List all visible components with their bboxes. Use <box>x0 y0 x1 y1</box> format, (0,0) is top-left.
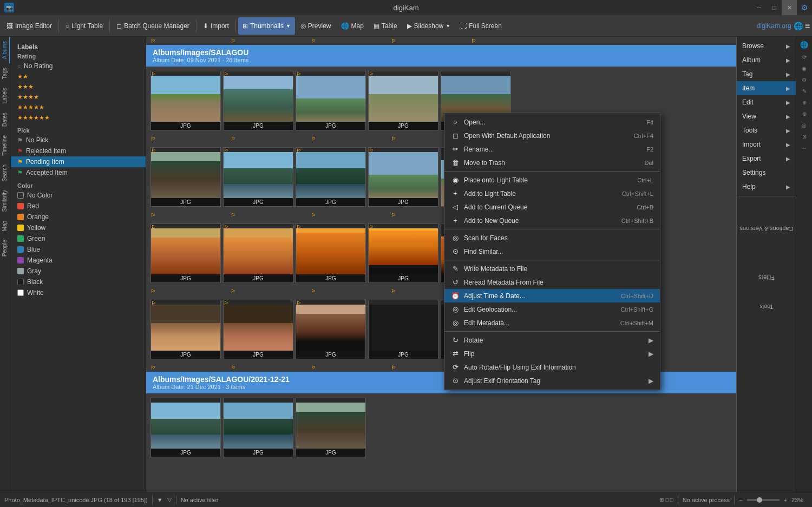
icon-4[interactable]: ⚙ <box>801 75 808 85</box>
menu-rotate[interactable]: ↻ Rotate ▶ <box>444 333 660 347</box>
rating-5stars[interactable]: ★★★★★ <box>11 102 146 113</box>
menu-scan-faces[interactable]: ◎ Scan for Faces <box>444 231 660 245</box>
vtab-search[interactable]: Search <box>0 160 10 186</box>
icon-1[interactable]: 🌐 <box>799 39 809 51</box>
thumbnails-button[interactable]: ⊞ Thumbnails ▼ <box>238 17 295 35</box>
menu-edit-meta[interactable]: ◎ Edit Metadata... Ctrl+Shift+M <box>444 316 660 330</box>
kde-button[interactable]: ⚙ <box>797 0 812 15</box>
thumb-item[interactable]: JPG 🏳 <box>223 300 293 359</box>
zoom-in-icon[interactable]: + <box>784 497 787 503</box>
vtab-dates[interactable]: Dates <box>0 108 10 131</box>
menu-place-light[interactable]: ◉ Place onto Light Table Ctrl+L <box>444 173 660 187</box>
rmenu-help[interactable]: Help ▶ <box>737 180 796 194</box>
light-table-button[interactable]: ○ Light Table <box>61 17 107 35</box>
pick-no-pick[interactable]: ⚑ No Pick <box>11 135 146 146</box>
color-green[interactable]: Green <box>11 233 146 244</box>
thumb-item[interactable]: JPG 🏳 <box>368 223 438 283</box>
menu-adjust-time[interactable]: ⏰ Adjust Time & Date... Ctrl+Shift+D <box>444 289 660 302</box>
website-link[interactable]: digiKam.org <box>757 22 791 30</box>
pick-rejected[interactable]: ⚑ Rejected Item <box>11 146 146 156</box>
color-blue[interactable]: Blue <box>11 244 146 255</box>
import-button[interactable]: ⬇ Import <box>199 17 233 35</box>
menu-open-with[interactable]: ◻ Open With Default Application Ctrl+F4 <box>444 129 660 142</box>
thumb-item[interactable]: JPG 🏳 <box>296 147 366 207</box>
color-red[interactable]: Red <box>11 201 146 212</box>
color-orange[interactable]: Orange <box>11 212 146 222</box>
rmenu-view[interactable]: View ▶ <box>737 109 796 123</box>
image-editor-button[interactable]: 🖼 Image Editor <box>2 17 56 35</box>
maximize-button[interactable]: □ <box>767 0 782 15</box>
menu-reread-meta[interactable]: ↺ Reread Metadata From File <box>444 275 660 289</box>
icon-5[interactable]: ✎ <box>801 86 808 96</box>
map-button[interactable]: 🌐 Map <box>337 17 368 35</box>
rmenu-item[interactable]: Item ▶ <box>737 81 796 95</box>
menu-edit-geo[interactable]: ◎ Edit Geolocation... Ctrl+Shift+G <box>444 302 660 316</box>
icon-10[interactable]: ↔ <box>801 143 808 153</box>
menu-add-current-queue[interactable]: ◁ Add to Current Queue Ctrl+B <box>444 200 660 214</box>
menu-open[interactable]: ○ Open... F4 <box>444 115 660 129</box>
icon-7[interactable]: ⊕ <box>801 109 808 119</box>
icon-2[interactable]: ⟳ <box>801 52 808 62</box>
vtab-labels[interactable]: Labels <box>0 83 10 108</box>
vtab-albums[interactable]: Albums <box>0 37 10 63</box>
color-no-color[interactable]: No Color <box>11 190 146 201</box>
vtab-people[interactable]: People <box>0 235 10 261</box>
menu-rename[interactable]: ✏ Rename... F2 <box>444 142 660 156</box>
zoom-slider[interactable] <box>747 499 780 501</box>
vtab-map[interactable]: Map <box>0 216 10 235</box>
batch-queue-button[interactable]: ◻ Batch Queue Manager <box>112 17 194 35</box>
zoom-out-icon[interactable]: − <box>739 497 742 503</box>
thumb-item[interactable]: JPG <box>368 300 438 359</box>
rmenu-import[interactable]: Import ▶ <box>737 137 796 152</box>
color-gray[interactable]: Gray <box>11 266 146 276</box>
thumb-item[interactable]: JPG 🏳 <box>223 147 293 207</box>
rmenu-edit[interactable]: Edit ▶ <box>737 95 796 109</box>
pick-accepted[interactable]: ⚑ Accepted Item <box>11 167 146 178</box>
thumb-item[interactable]: JPG 🏳 <box>150 71 221 130</box>
menu-move-trash[interactable]: 🗑 Move to Trash Del <box>444 156 660 169</box>
tools-panel-icon[interactable]: Tools <box>759 304 774 310</box>
filters-icon[interactable]: Filters <box>758 274 775 281</box>
vtab-similarity[interactable]: Similarity <box>0 186 10 216</box>
color-white[interactable]: White <box>11 287 146 298</box>
rmenu-tools[interactable]: Tools ▶ <box>737 123 796 137</box>
menu-add-light[interactable]: + Add to Light Table Ctrl+Shift+L <box>444 187 660 200</box>
vtab-tags[interactable]: Tags <box>0 63 10 83</box>
rmenu-album[interactable]: Album ▶ <box>737 53 796 67</box>
preview-button[interactable]: ◎ Preview <box>296 17 336 35</box>
rating-3stars[interactable]: ★★★ <box>11 82 146 92</box>
rmenu-export[interactable]: Export ▶ <box>737 152 796 166</box>
thumb-item[interactable]: JPG 🏳 <box>150 300 221 359</box>
rating-6stars[interactable]: ★★★★★★ <box>11 113 146 123</box>
table-button[interactable]: ▦ Table <box>369 17 402 35</box>
menu-flip[interactable]: ⇄ Flip ▶ <box>444 347 660 360</box>
fullscreen-button[interactable]: ⛶ Full Screen <box>456 17 506 35</box>
thumb-item[interactable]: JPG <box>150 398 221 457</box>
minimize-button[interactable]: ─ <box>751 0 767 15</box>
color-black[interactable]: Black <box>11 276 146 287</box>
icon-9[interactable]: ⊗ <box>801 131 808 142</box>
thumb-item[interactable]: JPG 🏳 <box>296 71 366 130</box>
pick-pending[interactable]: ⚑ Pending Item <box>11 156 146 167</box>
icon-6[interactable]: ⊕ <box>801 97 808 108</box>
icon-3[interactable]: ◉ <box>801 63 808 74</box>
rating-4stars[interactable]: ★★★★ <box>11 92 146 102</box>
captions-icon[interactable]: Captions & Versions <box>739 226 793 232</box>
menu-adjust-exif[interactable]: ⊙ Adjust Exif Orientation Tag ▶ <box>444 374 660 387</box>
thumb-item[interactable]: JPG 🏳 <box>296 223 366 283</box>
thumb-item[interactable]: JPG <box>223 398 293 457</box>
rmenu-tag[interactable]: Tag ▶ <box>737 67 796 81</box>
thumb-item[interactable]: JPG 🏳 <box>368 147 438 207</box>
color-magenta[interactable]: Magenta <box>11 255 146 266</box>
menu-add-new-queue[interactable]: + Add to New Queue Ctrl+Shift+B <box>444 214 660 227</box>
menu-find-similar[interactable]: ⊙ Find Similar... <box>444 245 660 258</box>
menu-auto-rotate[interactable]: ⟳ Auto Rotate/Flip Using Exif Informatio… <box>444 360 660 374</box>
rmenu-settings[interactable]: Settings <box>737 166 796 180</box>
slideshow-button[interactable]: ▶ Slideshow ▼ <box>403 17 455 35</box>
thumb-item[interactable]: JPG 🏳 <box>223 223 293 283</box>
icon-8[interactable]: ◎ <box>801 120 808 130</box>
thumb-item[interactable]: JPG 🏳 <box>150 147 221 207</box>
menu-write-meta[interactable]: ✎ Write Metadata to File <box>444 262 660 275</box>
close-button[interactable]: ✕ <box>782 0 797 15</box>
rating-2stars[interactable]: ★★ <box>11 71 146 82</box>
